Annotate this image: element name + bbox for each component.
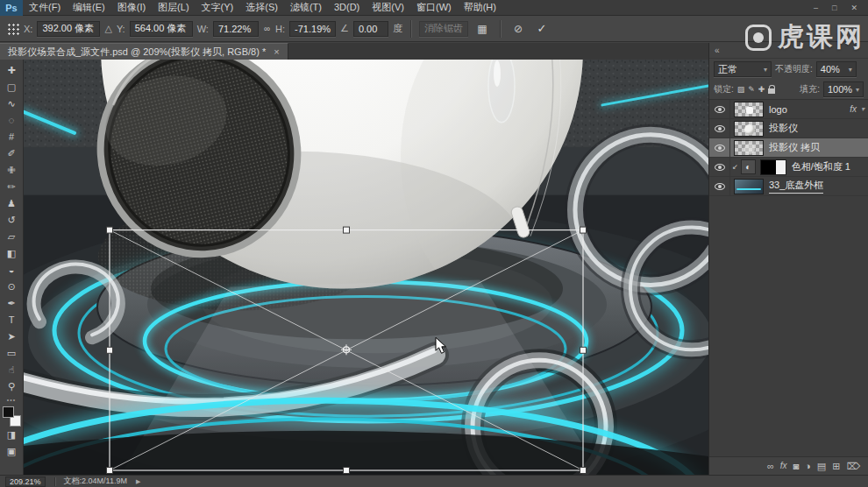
layer-thumbnail[interactable] (734, 179, 764, 194)
quick-select-tool[interactable]: ◌ (1, 112, 23, 129)
handle-mid-right[interactable] (580, 347, 587, 353)
handle-top-center[interactable] (344, 227, 350, 233)
document-size-info: 文档:2.04M/11.9M (64, 476, 127, 487)
menu-item-type[interactable]: 文字(Y) (196, 0, 240, 15)
cancel-transform-button[interactable]: ⊘ (509, 20, 528, 38)
new-group-icon[interactable]: ▤ (817, 462, 826, 471)
menu-item-view[interactable]: 视图(V) (366, 0, 410, 15)
eyedropper-tool[interactable]: ✐ (1, 145, 23, 162)
layer-row-projector-copy[interactable]: 投影仪 拷贝 (709, 138, 868, 158)
blend-mode-dropdown[interactable]: 正常 ▾ (714, 61, 772, 77)
layer-thumbnail[interactable] (734, 102, 764, 117)
move-tool[interactable]: ✚ (1, 62, 23, 79)
layer-row-base-frame[interactable]: 33_底盘外框 (709, 177, 868, 196)
layer-effects-badge[interactable]: fx▾ (850, 104, 864, 114)
close-button[interactable]: ✕ (850, 4, 857, 12)
menu-item-help[interactable]: 帮助(H) (458, 0, 502, 15)
commit-transform-button[interactable]: ✓ (532, 20, 551, 38)
hand-tool[interactable]: ☝ (1, 362, 23, 378)
layer-row-hue-saturation[interactable]: ↙ ◐ 色相/饱和度 1 (709, 158, 868, 177)
history-brush-tool[interactable]: ↺ (1, 212, 23, 229)
layer-visibility-toggle[interactable] (709, 138, 730, 157)
more-tools-icon[interactable]: ••• (1, 395, 23, 404)
angle-unit-label: 度 (393, 22, 402, 35)
color-swatches[interactable] (2, 406, 22, 427)
relative-position-icon[interactable]: △ (104, 23, 111, 34)
menu-item-edit[interactable]: 编辑(E) (67, 0, 111, 15)
layer-visibility-toggle[interactable] (709, 100, 730, 118)
eraser-tool[interactable]: ▱ (1, 229, 23, 245)
delete-layer-icon[interactable]: ⌦ (846, 462, 860, 471)
reference-point-locator-icon[interactable] (6, 22, 19, 35)
healing-brush-tool[interactable]: ✙ (1, 162, 23, 179)
adjustment-layer-icon[interactable]: ◐ (741, 159, 756, 174)
maximize-button[interactable]: □ (832, 4, 836, 12)
fill-dropdown[interactable]: 100% ▾ (823, 81, 864, 97)
transform-width-input[interactable]: 71.22% (213, 21, 259, 37)
handle-top-right[interactable] (580, 227, 587, 233)
clone-stamp-tool[interactable]: ♟ (1, 195, 23, 212)
menu-item-layer[interactable]: 图层(L) (152, 0, 195, 15)
menu-item-file[interactable]: 文件(F) (23, 0, 67, 15)
opacity-dropdown[interactable]: 40% ▾ (816, 61, 857, 77)
layer-mask-thumbnail[interactable] (760, 159, 786, 175)
document-tab[interactable]: 投影仪场景合成_源文件.psd @ 209%(投影仪 拷贝, RGB/8) * … (0, 43, 288, 60)
layer-thumbnail[interactable] (734, 140, 764, 156)
pen-tool[interactable]: ✒ (1, 295, 23, 312)
transform-x-input[interactable]: 392.00 像素 (37, 21, 100, 37)
rect-marquee-tool[interactable]: ▢ (1, 79, 23, 95)
status-flyout-icon[interactable]: ▶ (136, 478, 140, 485)
menu-item-window[interactable]: 窗口(W) (410, 0, 458, 15)
crop-tool[interactable]: # (1, 129, 23, 145)
blur-tool[interactable]: ◒ (1, 262, 23, 279)
canvas-image[interactable] (24, 60, 708, 475)
layer-visibility-toggle[interactable] (709, 119, 730, 138)
lock-paint-icon[interactable]: ✎ (748, 85, 755, 94)
layer-mask-icon[interactable]: ◙ (793, 462, 800, 471)
menu-item-3d[interactable]: 3D(D) (328, 0, 366, 15)
lock-all-icon[interactable] (768, 88, 775, 94)
gradient-tool[interactable]: ◧ (1, 245, 23, 262)
transform-height-input[interactable]: -71.19% (289, 21, 336, 37)
handle-bottom-center[interactable] (344, 468, 350, 474)
adjustment-layer-icon[interactable]: ◑ (805, 462, 811, 471)
handle-bottom-right[interactable] (580, 468, 587, 474)
zoom-level-field[interactable]: 209.21% (5, 476, 46, 487)
menu-item-image[interactable]: 图像(I) (111, 0, 152, 15)
layer-visibility-toggle[interactable] (709, 177, 730, 195)
transform-y-input[interactable]: 564.00 像素 (130, 21, 193, 37)
brush-tool[interactable]: ✏ (1, 179, 23, 195)
handle-bottom-left[interactable] (107, 468, 113, 474)
link-layers-icon[interactable]: ∞ (767, 462, 774, 471)
canvas-area[interactable] (24, 60, 708, 475)
new-layer-icon[interactable]: ⊞ (832, 462, 840, 471)
zoom-tool[interactable]: ⚲ (1, 378, 23, 395)
type-tool[interactable]: T (1, 312, 23, 328)
transform-rotate-input[interactable]: 0.00 (353, 21, 388, 37)
maintain-aspect-ratio-icon[interactable]: ∞ (263, 24, 271, 33)
handle-mid-left[interactable] (107, 347, 113, 353)
layer-row-projector[interactable]: 投影仪 (709, 119, 868, 138)
layer-style-icon[interactable]: fx (780, 462, 787, 470)
layer-row-logo[interactable]: logo fx▾ (709, 100, 868, 119)
collapse-panels-icon[interactable]: « (715, 46, 720, 55)
handle-top-left[interactable] (107, 227, 113, 233)
quick-mask-toggle[interactable]: ◨ (1, 427, 23, 443)
minimize-button[interactable]: – (814, 4, 818, 12)
lasso-tool[interactable]: ∿ (1, 95, 23, 112)
layer-visibility-toggle[interactable] (709, 158, 730, 176)
lock-position-icon[interactable]: ✚ (758, 85, 765, 94)
lock-transparent-icon[interactable]: ▨ (737, 85, 745, 94)
dodge-tool[interactable]: ⊙ (1, 279, 23, 295)
shape-tool[interactable]: ▭ (1, 345, 23, 362)
menu-item-filter[interactable]: 滤镜(T) (284, 0, 328, 15)
interpolation-dropdown: 消除锯齿 (419, 21, 468, 37)
menu-item-select[interactable]: 选择(S) (239, 0, 284, 15)
screen-mode-toggle[interactable]: ▣ (1, 443, 23, 460)
layer-thumbnail[interactable] (734, 121, 764, 137)
foreground-color-swatch[interactable] (3, 406, 14, 418)
path-select-tool[interactable]: ➤ (1, 328, 23, 345)
warp-mode-toggle-icon[interactable]: ▦ (473, 20, 492, 38)
tab-close-icon[interactable]: × (274, 46, 279, 57)
w-label: W: (197, 24, 209, 34)
